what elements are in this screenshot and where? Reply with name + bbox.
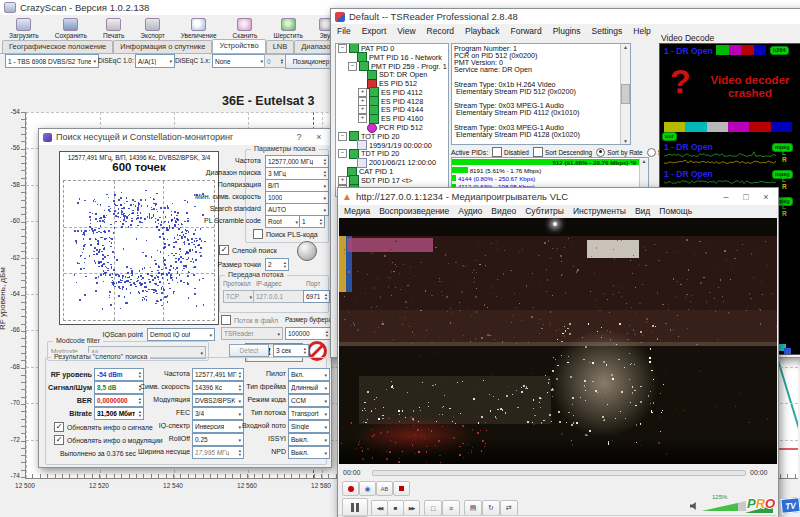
result-Модуляция[interactable]: DVBS2/BPSK▾ (192, 394, 244, 407)
pid-tree[interactable]: −PAT PID 0PMT PID 16 - Network−PMT PID 2… (335, 43, 449, 197)
result-Симв. скорость[interactable]: 14396 Кс▴▾ (192, 381, 244, 394)
result-Тип потока[interactable]: Transport▾ (288, 407, 330, 420)
pid-row[interactable]: 8191 (5.61% - 1.76 Mbps) (452, 166, 648, 174)
video-frame[interactable] (339, 218, 777, 464)
tsreader-titlebar[interactable]: Default -- TSReader Professional 2.8.48 (331, 9, 800, 24)
open-button[interactable]: Загрузить (2, 16, 46, 40)
tree-item[interactable]: PMT PID 16 - Network (336, 53, 448, 62)
expand-toggle[interactable]: + (358, 97, 367, 106)
expand-toggle[interactable]: + (358, 88, 367, 97)
update-info-checkbox[interactable]: ✓Обновлять инфо о сигнале (54, 422, 153, 432)
tree-item[interactable]: SDT: DR Open (336, 70, 448, 79)
iqscan-select[interactable]: Demod IQ out▾ (147, 328, 215, 341)
loop-button[interactable]: ↻ (482, 500, 500, 516)
vlc-menu-воспроизведение[interactable]: Воспроизведение (379, 206, 449, 216)
param-5-stepper[interactable]: 1▴▾ (299, 215, 325, 228)
close-icon[interactable]: × (311, 131, 327, 143)
minimize-icon[interactable]: – (718, 191, 734, 203)
menu-settings[interactable]: Settings (592, 26, 623, 36)
menu-file[interactable]: File (337, 26, 351, 36)
details-pane[interactable]: Program Number: 1PCR on PID 512 (0x0200)… (451, 43, 631, 145)
expand-toggle[interactable]: − (338, 132, 347, 141)
expand-toggle[interactable]: − (338, 149, 347, 158)
tab-устройство[interactable]: Устройство (212, 39, 265, 53)
blindscan-button[interactable]: Шерстить (266, 16, 309, 40)
print-button[interactable]: Печать (96, 16, 131, 40)
menu-plugins[interactable]: Plugins (553, 26, 581, 36)
frame-button[interactable] (393, 481, 410, 496)
export-button[interactable]: Экспорт (133, 16, 171, 40)
result-IQ-спектр[interactable]: Инверсия▾ (192, 420, 244, 433)
pls-search-checkbox[interactable]: Поиск PLS-кода (253, 229, 318, 239)
vlc-menu-вид[interactable]: Вид (635, 206, 650, 216)
ip-field[interactable]: 127.0.0.1 (253, 290, 305, 303)
menu-export[interactable]: Export (362, 26, 387, 36)
protocol-select[interactable]: TCP▾ (223, 290, 255, 303)
result-Входной поток[interactable]: Single▾ (288, 420, 330, 433)
record-button[interactable] (342, 481, 359, 496)
tree-item[interactable]: −PMT PID 259 - Progr. 1 (336, 62, 448, 71)
result-ISSYI[interactable]: Выкл.▾ (288, 433, 330, 446)
tree-item[interactable]: +ES PID 4128 (336, 97, 448, 106)
snapshot-button[interactable]: ◉ (359, 481, 376, 496)
result-Пилот[interactable]: Вкл.▾ (288, 368, 330, 381)
close-icon[interactable]: × (758, 191, 774, 203)
param-5-combo[interactable]: Root▾ (265, 215, 301, 228)
expand-toggle[interactable]: − (338, 44, 347, 53)
details-scrollbar[interactable]: ▲▼ (620, 44, 630, 144)
tab-lnb[interactable]: LNB (266, 40, 295, 53)
tree-item[interactable]: +ES PID 4144 (336, 106, 448, 115)
scan-button[interactable]: Сканить (226, 16, 265, 40)
vlc-menu-помощь[interactable]: Помощь (659, 206, 692, 216)
diseqc10-select[interactable]: A/A(1)▾ (135, 54, 175, 68)
save-button[interactable]: Сохранить (48, 16, 94, 40)
tree-item[interactable]: ES PID 512 (336, 79, 448, 88)
seek-bar[interactable] (372, 470, 746, 476)
buffer-stepper[interactable]: 100000▴▾ (285, 327, 331, 340)
tree-item[interactable]: −TDT PID 20 (336, 150, 448, 159)
result-Ширина несущей[interactable]: 17,995 МГц▴▾ (192, 446, 244, 459)
tab-географическое-положение[interactable]: Географическое положение (2, 40, 113, 53)
result-Тип фрейма[interactable]: Длинный▾ (288, 381, 330, 394)
tab-информация-о-спутнике[interactable]: Информация о спутнике (113, 40, 212, 53)
extended-settings-button[interactable]: ≡ (442, 500, 460, 516)
menu-forward[interactable]: Forward (510, 26, 541, 36)
port-stepper[interactable]: 6971▴▾ (303, 290, 330, 303)
expand-toggle[interactable]: − (348, 62, 357, 71)
result-Режим кода[interactable]: CCM▾ (288, 394, 330, 407)
vlc-menu-видео[interactable]: Видео (491, 206, 516, 216)
expand-toggle[interactable]: + (358, 105, 367, 114)
blind-search-checkbox[interactable]: ✓Слепой поиск (219, 245, 277, 255)
vlc-menu-инструменты[interactable]: Инструменты (573, 206, 626, 216)
vlc-titlebar[interactable]: ▲ http://127.0.0.1:1234 - Медиапроигрыва… (338, 188, 778, 205)
next-button[interactable]: ▶▶ (403, 500, 420, 516)
menu-record[interactable]: Record (427, 26, 454, 36)
file-target-select[interactable]: TSReader▾ (221, 327, 283, 340)
volume-icon[interactable] (690, 502, 698, 510)
menu-view[interactable]: View (397, 26, 415, 36)
result-FEC[interactable]: 3/4▾ (192, 407, 244, 420)
expand-toggle[interactable]: + (358, 114, 367, 123)
tree-item[interactable]: +ES PID 4112 (336, 88, 448, 97)
pid-row[interactable]: 4144 (0.80% - 250.67 Kbps) (452, 174, 648, 182)
help-button[interactable]: ? (291, 131, 307, 143)
loop-ab-button[interactable]: AB (376, 481, 393, 496)
detect-button[interactable]: Detect (229, 344, 269, 357)
stop-button[interactable]: ■ (387, 500, 404, 516)
detect-interval-stepper[interactable]: 3 сек▴▾ (273, 344, 309, 357)
dialog-titlebar[interactable]: Поиск несущей и Constellation-мониторинг… (39, 129, 331, 145)
maximize-icon[interactable]: □ (738, 191, 754, 203)
menu-help[interactable]: Help (633, 26, 650, 36)
expand-toggle[interactable]: + (338, 176, 347, 185)
tree-item[interactable]: +ES PID 4160 (336, 114, 448, 123)
update-info-checkbox[interactable]: ✓Обновлять инфо о модуляции (54, 435, 163, 445)
menu-playback[interactable]: Playback (465, 26, 500, 36)
pid-row[interactable]: 512 (91.68% - 28.76 Mbps) *9 (452, 158, 648, 166)
result-RollOff[interactable]: 0.25▾ (192, 433, 244, 446)
result-NPD[interactable]: Выкл.▾ (288, 446, 330, 459)
zoom-button[interactable]: Увеличение (174, 16, 224, 40)
pids-radio-sort-by-rate[interactable]: Sort by Rate (596, 148, 643, 157)
position-stepper[interactable]: 0 ▴▾ (264, 54, 286, 68)
dot-size-stepper[interactable]: 2▴▾ (265, 258, 289, 271)
tuner-select[interactable]: 1 - TBS 6908 DVBS/S2 Tuner 1▾ (5, 54, 99, 68)
